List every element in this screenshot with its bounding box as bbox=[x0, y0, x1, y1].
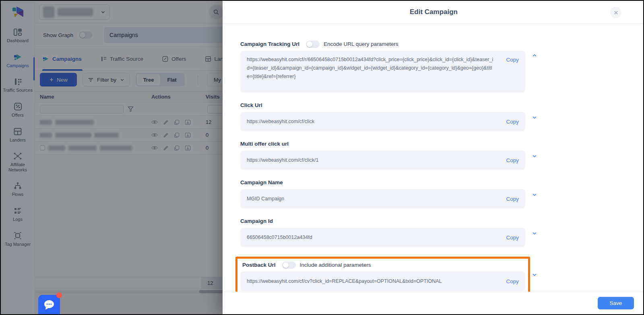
copy-button[interactable]: Copy bbox=[506, 278, 519, 284]
chat-bubble-icon bbox=[43, 299, 55, 311]
save-button[interactable]: Save bbox=[598, 297, 634, 309]
field-campaign-name: Campaign Name MGID Campaign Copy bbox=[240, 179, 644, 208]
click-url-box: https://webeasyhit.com/cf/click Copy bbox=[240, 112, 525, 131]
modal-footer: Save bbox=[223, 292, 644, 314]
field-label: Campaign Tracking Url bbox=[240, 41, 299, 47]
chevron-down-icon[interactable] bbox=[531, 191, 538, 198]
field-multi-offer-click-url: Multi offer click url https://webeasyhit… bbox=[240, 141, 644, 170]
toggle-knob bbox=[307, 41, 312, 47]
copy-button[interactable]: Copy bbox=[506, 235, 519, 241]
campaign-id-box: 66506458c0715b0012a434fd Copy bbox=[240, 228, 525, 247]
field-campaign-id: Campaign Id 66506458c0715b0012a434fd Cop… bbox=[240, 218, 644, 247]
multi-offer-url-value: https://webeasyhit.com/cf/click/1 bbox=[247, 156, 495, 165]
toggle-label: Include additional parameters bbox=[300, 262, 371, 268]
edit-campaign-modal: Edit Campaign Campaign Tracking Url Enco… bbox=[223, 1, 644, 314]
toggle-knob bbox=[283, 262, 289, 268]
tracking-url-value: https://webeasyhit.com/cf/r/66506458c071… bbox=[247, 56, 495, 81]
chevron-down-icon[interactable] bbox=[531, 114, 538, 121]
campaign-id-value: 66506458c0715b0012a434fd bbox=[247, 233, 495, 242]
modal-header: Edit Campaign bbox=[223, 1, 644, 24]
copy-button[interactable]: Copy bbox=[506, 196, 519, 202]
chevron-down-icon[interactable] bbox=[531, 272, 538, 278]
field-label: Campaign Id bbox=[240, 218, 273, 224]
field-label: Campaign Name bbox=[240, 179, 283, 185]
copy-button[interactable]: Copy bbox=[506, 157, 519, 163]
chevron-up-icon[interactable] bbox=[531, 52, 538, 59]
toggle-label: Encode URL query parameters bbox=[324, 41, 398, 47]
modal-body: Campaign Tracking Url Encode URL query p… bbox=[223, 24, 644, 296]
copy-button[interactable]: Copy bbox=[506, 119, 519, 125]
encode-url-toggle[interactable] bbox=[306, 41, 320, 48]
field-label: Click Url bbox=[240, 102, 262, 108]
highlight-outline: Postback Url Include additional paramete… bbox=[235, 257, 530, 296]
click-url-value: https://webeasyhit.com/cf/click bbox=[247, 117, 495, 126]
field-click-url: Click Url https://webeasyhit.com/cf/clic… bbox=[240, 102, 644, 131]
chevron-down-icon[interactable] bbox=[531, 153, 538, 159]
postback-url-box: https://webeasyhit.com/cf/cv?click_id=RE… bbox=[240, 272, 525, 291]
multi-offer-url-box: https://webeasyhit.com/cf/click/1 Copy bbox=[240, 150, 525, 170]
include-params-toggle[interactable] bbox=[282, 261, 296, 269]
copy-button[interactable]: Copy bbox=[506, 57, 519, 63]
field-label: Multi offer click url bbox=[240, 141, 289, 147]
chat-widget-button[interactable] bbox=[38, 295, 60, 315]
close-button[interactable] bbox=[610, 7, 621, 18]
field-campaign-tracking-url: Campaign Tracking Url Encode URL query p… bbox=[240, 41, 644, 93]
campaign-name-value: MGID Campaign bbox=[247, 195, 495, 203]
modal-title: Edit Campaign bbox=[410, 8, 458, 16]
unread-badge bbox=[56, 292, 62, 298]
field-label: Postback Url bbox=[242, 262, 276, 268]
close-icon bbox=[613, 10, 619, 15]
modal-backdrop[interactable] bbox=[1, 1, 223, 314]
campaign-name-box: MGID Campaign Copy bbox=[240, 189, 525, 208]
tracking-url-box: https://webeasyhit.com/cf/r/66506458c071… bbox=[240, 51, 525, 93]
postback-url-value: https://webeasyhit.com/cf/cv?click_id=RE… bbox=[247, 277, 495, 286]
chevron-down-icon[interactable] bbox=[531, 230, 538, 237]
app-window: Dashboard Campaigns Traffic Sources Offe… bbox=[0, 0, 644, 315]
field-postback-url: Postback Url Include additional paramete… bbox=[240, 257, 644, 296]
